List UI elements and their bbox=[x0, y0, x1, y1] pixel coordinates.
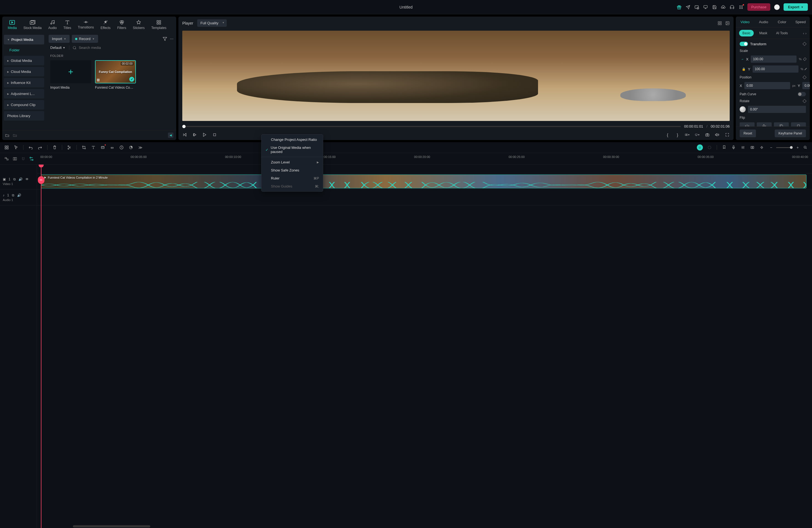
keyframe-diamond-icon[interactable] bbox=[802, 42, 807, 46]
keyframe-panel-button[interactable]: Keyframe Panel bbox=[775, 130, 806, 137]
sidebar-adjustment-layer[interactable]: ▶Adjustment L... bbox=[4, 89, 44, 99]
lock-icon[interactable]: 🔒 bbox=[742, 68, 746, 71]
flip-reset-button[interactable] bbox=[791, 122, 806, 127]
text-tool-icon[interactable] bbox=[91, 145, 96, 150]
record-button[interactable]: Record▼ bbox=[72, 35, 98, 43]
menu-use-original-media[interactable]: ✓ Use Original Media when paused bbox=[262, 144, 323, 156]
subtab-prev-icon[interactable]: ‹ bbox=[803, 31, 804, 35]
purchase-button[interactable]: Purchase bbox=[748, 3, 770, 11]
tab-titles[interactable]: Titles bbox=[60, 18, 74, 31]
rotate-input[interactable] bbox=[748, 106, 806, 113]
marker-icon[interactable] bbox=[721, 145, 727, 150]
sidebar-project-media[interactable]: ▼Project Media bbox=[4, 35, 44, 44]
menu-zoom-level[interactable]: Zoom Level ▶ bbox=[262, 158, 323, 166]
timeline-clip[interactable]: Funniest Cat Videos Compilation in 2 Min… bbox=[41, 175, 807, 188]
more-tools-icon[interactable]: ≫ bbox=[137, 145, 143, 150]
keyframe-diamond-icon[interactable] bbox=[802, 75, 807, 79]
split-icon[interactable] bbox=[67, 145, 72, 150]
quality-dropdown[interactable]: Full Quality bbox=[197, 19, 227, 27]
filter-icon[interactable] bbox=[163, 37, 167, 41]
mixer-icon[interactable] bbox=[740, 145, 746, 150]
audio-track[interactable] bbox=[37, 189, 812, 205]
stop-button[interactable] bbox=[212, 132, 217, 137]
grid-view-icon[interactable] bbox=[717, 21, 722, 25]
zoom-out-icon[interactable]: − bbox=[768, 145, 774, 150]
zoom-fit-icon[interactable] bbox=[802, 145, 808, 150]
keyframe-diamond-icon[interactable] bbox=[804, 68, 807, 70]
image-view-icon[interactable] bbox=[725, 21, 730, 25]
color-tag-icon[interactable] bbox=[128, 145, 134, 150]
position-y-input[interactable] bbox=[802, 82, 810, 89]
sidebar-photos-library[interactable]: Photos Library bbox=[4, 111, 44, 121]
play-button[interactable] bbox=[202, 132, 207, 137]
track-mute-icon[interactable]: 🔊 bbox=[18, 177, 23, 181]
pointer-icon[interactable] bbox=[13, 145, 19, 150]
import-media-tile[interactable]: + Import Media bbox=[50, 60, 91, 89]
magnet-icon[interactable] bbox=[20, 156, 26, 162]
video-track-header[interactable]: ▣ 1 ⧉ 🔊 👁 Video 1 bbox=[0, 173, 37, 189]
ai-face-icon[interactable]: ☺ bbox=[697, 144, 703, 150]
apps-icon[interactable] bbox=[739, 5, 743, 10]
sidebar-cloud-media[interactable]: ▶Cloud Media bbox=[4, 67, 44, 76]
compare-button[interactable]: ▼ bbox=[685, 132, 690, 137]
tab-video[interactable]: Video bbox=[736, 17, 754, 27]
rotate-knob[interactable] bbox=[740, 106, 746, 113]
video-track[interactable]: Funniest Cat Videos Compilation in 2 Min… bbox=[37, 173, 812, 189]
horizontal-scrollbar[interactable] bbox=[73, 525, 150, 527]
scale-x-input[interactable] bbox=[751, 56, 797, 63]
video-preview[interactable] bbox=[182, 31, 730, 121]
auto-ripple-icon[interactable] bbox=[29, 156, 34, 162]
sidebar-folder[interactable]: Folder bbox=[4, 46, 44, 54]
fullscreen-button[interactable] bbox=[725, 132, 730, 137]
menu-change-aspect-ratio[interactable]: Change Project Aspect Ratio bbox=[262, 136, 323, 144]
new-folder-icon[interactable] bbox=[5, 133, 10, 137]
gift-icon[interactable] bbox=[677, 5, 682, 10]
track-link-icon[interactable] bbox=[4, 156, 10, 162]
tab-color[interactable]: Color bbox=[773, 17, 791, 27]
zoom-slider[interactable] bbox=[776, 147, 793, 148]
link-clip-icon[interactable] bbox=[110, 145, 115, 150]
timeline-ruler[interactable]: 00:00:00 00:00:05:00 00:00:10:00 00:00:1… bbox=[40, 154, 808, 163]
volume-button[interactable] bbox=[715, 132, 720, 137]
track-sync-icon[interactable] bbox=[12, 156, 18, 162]
sidebar-global-media[interactable]: ▶Global Media bbox=[4, 56, 44, 65]
keyframe-diamond-icon[interactable] bbox=[802, 99, 807, 103]
menu-ruler[interactable]: Ruler ⌘P bbox=[262, 174, 323, 182]
display-settings-button[interactable]: ▼ bbox=[695, 132, 700, 137]
cloud-upload-icon[interactable] bbox=[721, 5, 726, 10]
media-add-icon[interactable] bbox=[694, 5, 699, 10]
adjust-icon[interactable] bbox=[759, 145, 765, 150]
transform-toggle[interactable] bbox=[740, 42, 748, 46]
audio-track-header[interactable]: ♪ 1 ⧉ 🔊 Audio 1 bbox=[0, 189, 37, 205]
scale-y-input[interactable] bbox=[753, 65, 798, 73]
tab-templates[interactable]: Templates bbox=[149, 18, 169, 31]
position-x-input[interactable] bbox=[744, 82, 790, 89]
keyframe-icon[interactable] bbox=[750, 145, 755, 150]
subtab-basic[interactable]: Basic bbox=[739, 30, 754, 36]
mark-in-button[interactable]: { bbox=[665, 132, 670, 137]
redo-icon[interactable] bbox=[37, 145, 43, 150]
user-avatar[interactable] bbox=[774, 4, 780, 10]
headphones-icon[interactable] bbox=[730, 5, 735, 10]
tab-audio-props[interactable]: Audio bbox=[754, 17, 773, 27]
new-bin-icon[interactable] bbox=[13, 133, 17, 137]
track-visible-icon[interactable]: 👁 bbox=[25, 177, 29, 181]
search-input[interactable] bbox=[79, 46, 134, 50]
export-button[interactable]: Export▼ bbox=[784, 3, 808, 11]
layout-icon[interactable] bbox=[4, 145, 10, 150]
undo-icon[interactable] bbox=[28, 145, 33, 150]
flip-horizontal-button[interactable] bbox=[740, 122, 755, 127]
link-icon[interactable]: ⌐ bbox=[742, 57, 743, 61]
save-icon[interactable] bbox=[712, 5, 717, 10]
playback-scrubber[interactable] bbox=[182, 126, 681, 127]
subtab-ai-tools[interactable]: AI Tools bbox=[773, 30, 791, 36]
tab-speed[interactable]: Speed bbox=[791, 17, 810, 27]
sort-dropdown[interactable]: Default▼ bbox=[50, 46, 65, 50]
collapse-sidebar-button[interactable]: ◀ bbox=[168, 133, 173, 138]
send-icon[interactable] bbox=[685, 5, 691, 10]
sidebar-influence-kit[interactable]: ▶Influence Kit bbox=[4, 78, 44, 88]
subtab-mask[interactable]: Mask bbox=[756, 30, 771, 36]
sidebar-compound-clip[interactable]: ▶Compound Clip bbox=[4, 100, 44, 109]
delete-icon[interactable] bbox=[52, 145, 57, 150]
keyframe-diamond-icon[interactable] bbox=[803, 57, 807, 61]
